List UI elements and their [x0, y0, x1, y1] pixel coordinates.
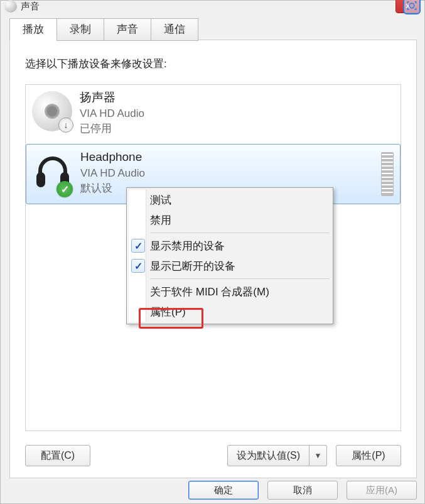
app-icon — [4, 0, 17, 13]
svg-point-0 — [409, 3, 414, 8]
context-menu: 测试 禁用 ✓ 显示禁用的设备 ✓ 显示已断开的设备 关于软件 MIDI 合成器… — [126, 187, 333, 324]
menu-label: 显示禁用的设备 — [150, 239, 225, 253]
menu-label: 显示已断开的设备 — [150, 259, 235, 273]
tab-playback[interactable]: 播放 — [9, 18, 57, 41]
menu-label: 禁用 — [150, 213, 171, 227]
configure-button[interactable]: 配置(C) — [25, 445, 90, 466]
default-device-check-icon — [56, 181, 73, 197]
menu-label: 测试 — [150, 193, 171, 207]
set-default-split-button[interactable]: 设为默认值(S) ▼ — [227, 445, 327, 466]
device-name: 扬声器 — [80, 89, 144, 106]
menu-item-test[interactable]: 测试 — [129, 190, 331, 210]
sound-settings-window: 声音 ✕ 播放 录制 声音 通信 选择以下播放设备来修改设置: ↓ 扬声器 VI… — [0, 0, 425, 504]
capture-icon — [403, 0, 421, 14]
device-labels: 扬声器 VIA HD Audio 已停用 — [80, 89, 144, 140]
menu-item-show-disconnected[interactable]: ✓ 显示已断开的设备 — [129, 256, 331, 276]
window-title: 声音 — [21, 1, 40, 13]
svg-rect-1 — [36, 172, 45, 187]
headphone-icon — [33, 151, 73, 191]
device-row-speaker[interactable]: ↓ 扬声器 VIA HD Audio 已停用 — [26, 85, 401, 144]
panel-footer: 配置(C) 设为默认值(S) ▼ 属性(P) — [25, 445, 401, 466]
tab-recording[interactable]: 录制 — [56, 18, 104, 41]
titlebar: 声音 ✕ — [1, 1, 424, 12]
menu-item-show-disabled[interactable]: ✓ 显示禁用的设备 — [129, 236, 331, 256]
tab-communications[interactable]: 通信 — [151, 18, 198, 41]
apply-button[interactable]: 应用(A) — [347, 481, 417, 500]
tabstrip: 播放 录制 声音 通信 — [9, 18, 198, 41]
dialog-buttons: 确定 取消 应用(A) — [188, 481, 417, 500]
instruction-text: 选择以下播放设备来修改设置: — [25, 57, 167, 71]
menu-label: 关于软件 MIDI 合成器(M) — [150, 285, 269, 299]
speaker-icon: ↓ — [32, 91, 72, 131]
device-driver: VIA HD Audio — [80, 166, 145, 182]
check-icon: ✓ — [131, 259, 145, 273]
device-driver: VIA HD Audio — [80, 106, 144, 122]
properties-button[interactable]: 属性(P) — [336, 445, 401, 466]
set-default-button[interactable]: 设为默认值(S) — [227, 445, 309, 466]
disabled-badge-icon: ↓ — [58, 118, 73, 133]
check-icon: ✓ — [131, 239, 145, 253]
chevron-down-icon[interactable]: ▼ — [309, 445, 327, 466]
cancel-button[interactable]: 取消 — [267, 481, 338, 500]
ok-button[interactable]: 确定 — [188, 481, 259, 500]
menu-item-disable[interactable]: 禁用 — [129, 210, 331, 230]
menu-label: 属性(P) — [150, 305, 186, 319]
volume-meter — [381, 152, 394, 196]
device-name: Headphone — [80, 148, 145, 166]
tab-sounds[interactable]: 声音 — [104, 18, 151, 41]
device-status: 已停用 — [80, 121, 144, 137]
menu-item-properties[interactable]: 属性(P) — [129, 302, 331, 322]
menu-item-about-midi[interactable]: 关于软件 MIDI 合成器(M) — [129, 282, 331, 302]
